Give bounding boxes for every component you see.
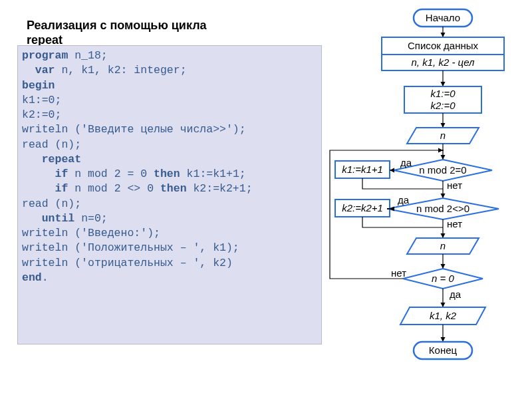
svg-text:да: да [450, 289, 462, 300]
svg-text:нет: нет [447, 218, 462, 229]
svg-text:n: n [440, 130, 446, 141]
svg-text:k1, k2: k1, k2 [430, 310, 457, 321]
svg-text:k2:=k2+1: k2:=k2+1 [342, 202, 383, 213]
svg-text:нет: нет [447, 180, 462, 191]
svg-text:Конец: Конец [429, 344, 458, 356]
svg-text:k1:=0: k1:=0 [430, 88, 456, 99]
svg-text:Список данных: Список данных [408, 40, 479, 51]
svg-text:нет: нет [391, 267, 406, 279]
svg-text:k1:=k1+1: k1:=k1+1 [342, 164, 383, 175]
svg-text:n, k1, k2 - цел: n, k1, k2 - цел [412, 57, 475, 68]
svg-text:n mod 2=0: n mod 2=0 [419, 164, 466, 176]
page-title: Реализация с помощью цикла repeat [27, 19, 239, 47]
svg-text:да: да [398, 194, 410, 205]
svg-text:n mod 2<>0: n mod 2<>0 [416, 203, 469, 214]
code-panel: program n_18; var n, k1, k2: integer; be… [17, 45, 322, 344]
flowchart: Начало Список данных n, k1, k2 - цел k1:… [326, 1, 532, 398]
svg-text:k2:=0: k2:=0 [430, 100, 456, 111]
svg-text:n = 0: n = 0 [432, 273, 454, 284]
svg-text:Начало: Начало [426, 12, 460, 23]
svg-text:да: да [400, 157, 412, 168]
svg-text:n: n [440, 240, 446, 251]
